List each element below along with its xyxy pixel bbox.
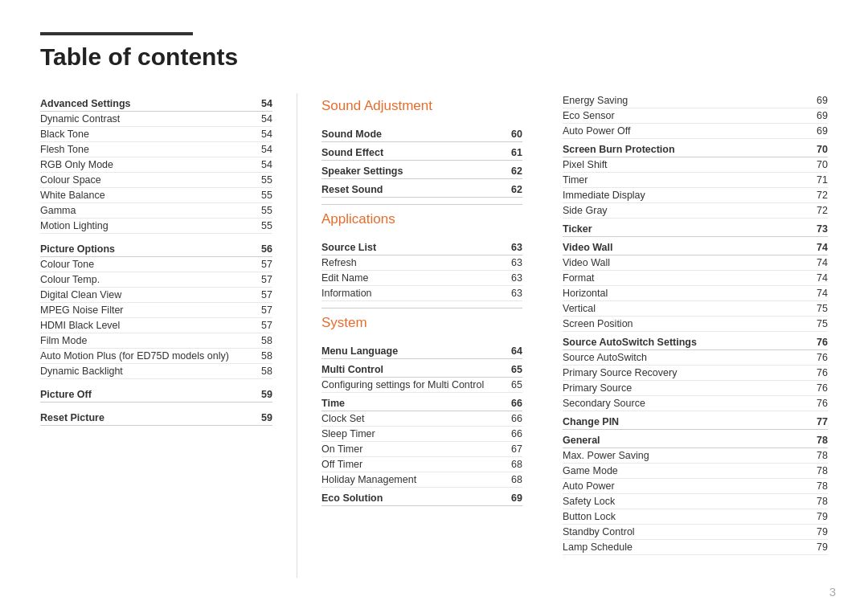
item-page: 63 [511, 272, 522, 284]
section-heading-label: Advanced Settings [40, 98, 253, 109]
item-label: Auto Motion Plus (for ED75D models only) [40, 350, 253, 362]
list-item: White Balance55 [40, 188, 272, 203]
section-divider [321, 204, 522, 205]
item-label: Button Lock [563, 511, 809, 522]
mid-column: Sound AdjustmentSound Mode60Sound Effect… [297, 93, 538, 578]
list-item: Screen Position75 [563, 317, 828, 332]
item-label: Motion Lighting [40, 220, 253, 231]
page: Table of contents Advanced Settings54Dyn… [0, 0, 868, 613]
list-item: RGB Only Mode54 [40, 157, 272, 173]
item-page: 57 [261, 274, 272, 285]
item-page: 61 [511, 147, 522, 158]
list-item: Flesh Tone54 [40, 142, 272, 157]
item-label: Clock Set [321, 413, 503, 424]
list-item: Holiday Management68 [321, 472, 522, 488]
item-page: 79 [817, 526, 828, 537]
section-heading-row: Picture Options56 [40, 239, 272, 257]
item-page: 65 [511, 364, 522, 375]
item-page: 69 [817, 95, 828, 106]
list-item: Colour Space55 [40, 173, 272, 188]
list-item: Sleep Timer66 [321, 427, 522, 442]
item-label: Eco Solution [321, 492, 503, 504]
item-label: Information [321, 288, 503, 299]
item-label: Configuring settings for Multi Control [321, 379, 503, 390]
section-heading-page: 59 [261, 389, 272, 400]
item-page: 76 [817, 367, 828, 378]
item-page: 74 [817, 272, 828, 284]
list-item: Motion Lighting55 [40, 219, 272, 234]
item-label: Immediate Display [563, 190, 809, 201]
item-page: 58 [261, 366, 272, 377]
right-section: Energy Saving69Eco Sensor69Auto Power Of… [563, 93, 828, 555]
item-page: 72 [817, 205, 828, 216]
item-page: 57 [261, 320, 272, 331]
item-label: Colour Temp. [40, 274, 253, 285]
list-item: Auto Power78 [563, 479, 828, 494]
item-label: Gamma [40, 205, 253, 216]
list-item: Time66 [321, 393, 522, 411]
item-page: 54 [261, 144, 272, 155]
item-page: 66 [511, 428, 522, 439]
list-item: Digital Clean View57 [40, 288, 272, 303]
item-page: 78 [817, 435, 828, 446]
item-label: Dynamic Contrast [40, 113, 253, 125]
list-item: Edit Name63 [321, 271, 522, 286]
item-label: Time [321, 398, 503, 409]
title-bar [40, 32, 193, 35]
content-area: Advanced Settings54Dynamic Contrast54Bla… [40, 93, 828, 578]
mid-section-1: Source List63Refresh63Edit Name63Informa… [321, 237, 522, 301]
item-page: 75 [817, 318, 828, 329]
section-heading-page: 54 [261, 98, 272, 109]
item-label: Primary Source Recovery [563, 367, 809, 378]
item-page: 79 [817, 511, 828, 522]
item-label: White Balance [40, 190, 253, 201]
item-label: Standby Control [563, 526, 809, 537]
item-label: Black Tone [40, 129, 253, 140]
item-page: 70 [817, 159, 828, 170]
section-heading-label: Picture Options [40, 243, 253, 255]
list-item: Pixel Shift70 [563, 157, 828, 173]
item-label: Max. Power Saving [563, 450, 809, 461]
item-page: 55 [261, 174, 272, 186]
item-label: Screen Position [563, 318, 809, 329]
item-label: Lamp Schedule [563, 541, 809, 553]
page-title: Table of contents [40, 43, 828, 71]
item-page: 57 [261, 259, 272, 270]
item-page: 57 [261, 289, 272, 300]
item-label: Format [563, 272, 809, 284]
item-label: Sound Effect [321, 147, 503, 158]
item-label: Primary Source [563, 382, 809, 394]
item-label: Video Wall [563, 257, 809, 268]
item-label: Dynamic Backlight [40, 366, 253, 377]
item-label: Eco Sensor [563, 110, 809, 121]
list-item: Sound Effect61 [321, 142, 522, 161]
item-label: Game Mode [563, 465, 809, 476]
item-page: 54 [261, 159, 272, 170]
item-page: 54 [261, 113, 272, 125]
item-page: 74 [817, 242, 828, 253]
item-page: 63 [511, 288, 522, 299]
item-label: Edit Name [321, 272, 503, 284]
item-page: 71 [817, 174, 828, 186]
item-label: Safety Lock [563, 496, 809, 507]
item-page: 73 [817, 223, 828, 235]
item-page: 60 [511, 129, 522, 140]
item-label: Colour Tone [40, 259, 253, 270]
list-item: Standby Control79 [563, 525, 828, 540]
list-item: Video Wall74 [563, 237, 828, 255]
item-page: 57 [261, 304, 272, 316]
mid-section-0: Sound Mode60Sound Effect61Speaker Settin… [321, 124, 522, 198]
left-section-0: Advanced Settings54Dynamic Contrast54Bla… [40, 93, 272, 234]
item-page: 68 [511, 459, 522, 470]
item-label: Energy Saving [563, 95, 809, 106]
list-item: Information63 [321, 286, 522, 301]
list-item: Reset Sound62 [321, 179, 522, 198]
item-page: 62 [511, 184, 522, 195]
item-page: 66 [511, 413, 522, 424]
list-item: Button Lock79 [563, 509, 828, 525]
item-page: 55 [261, 220, 272, 231]
list-item: Safety Lock78 [563, 494, 828, 509]
item-label: Video Wall [563, 242, 809, 253]
list-item: Timer71 [563, 173, 828, 188]
list-item: On Timer67 [321, 442, 522, 457]
